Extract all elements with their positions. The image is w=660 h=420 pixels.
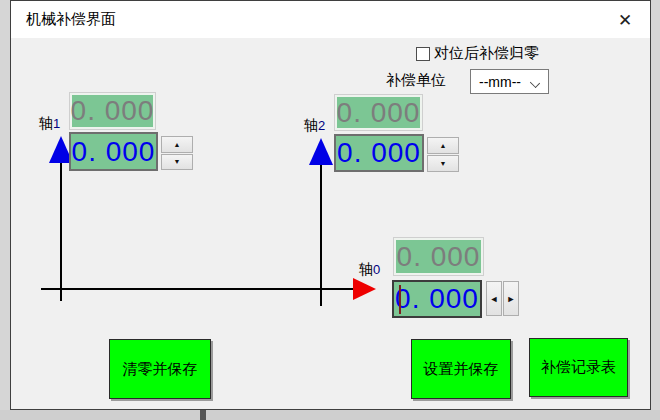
unit-selected-value: --mm-- [471, 74, 531, 90]
axis1-raw-display: 0. 000 [69, 92, 156, 130]
axis2-spinner: ▲ ▼ [427, 137, 459, 172]
axis0-edit-field[interactable]: 0. 000 [392, 280, 482, 318]
compensation-dialog: 机械补偿界面 ✕ 对位后补偿归零 补偿单位 --mm-- 轴1 0. 000 0… [10, 0, 651, 410]
axis0-right-arrow-icon [353, 278, 376, 300]
axis0-spin-left-button[interactable]: ◄ [486, 281, 502, 316]
unit-label: 补偿单位 [386, 71, 446, 90]
compensation-record-button[interactable]: 补偿记录表 [529, 338, 628, 397]
close-icon[interactable]: ✕ [612, 7, 638, 33]
axis0-spin-right-button[interactable]: ► [503, 281, 519, 316]
clear-and-save-button[interactable]: 清零并保存 [109, 339, 211, 399]
axis1-line [60, 151, 62, 301]
axis2-up-arrow-icon [309, 138, 333, 165]
axis1-edit-field[interactable]: 0. 000 [69, 132, 158, 171]
axis2-line [320, 153, 322, 306]
titlebar[interactable]: 机械补偿界面 ✕ [11, 1, 650, 38]
set-and-save-button[interactable]: 设置并保存 [411, 339, 511, 399]
unit-select[interactable]: --mm-- [470, 69, 549, 94]
zero-after-align-label: 对位后补偿归零 [434, 44, 539, 63]
axis2-label: 轴2 [304, 117, 325, 135]
axis1-spinner: ▲ ▼ [161, 136, 193, 170]
axis1-spin-down-button[interactable]: ▼ [161, 154, 193, 171]
axis0-raw-display: 0. 000 [393, 237, 484, 276]
axis1-spin-up-button[interactable]: ▲ [161, 136, 193, 153]
axis1-label: 轴1 [39, 115, 60, 133]
text-caret [399, 285, 401, 314]
axis2-spin-down-button[interactable]: ▼ [427, 155, 459, 172]
axis0-spinner: ◄ ► [486, 281, 519, 316]
background-window-edge [200, 410, 206, 420]
background-strip [0, 410, 660, 420]
axis2-spin-up-button[interactable]: ▲ [427, 137, 459, 154]
axis2-edit-field[interactable]: 0. 000 [334, 134, 424, 172]
chevron-down-icon [531, 77, 541, 87]
axis0-line [41, 288, 356, 290]
axis0-label: 轴0 [359, 261, 380, 279]
dialog-title: 机械补偿界面 [26, 10, 116, 29]
zero-after-align-option: 对位后补偿归零 [416, 44, 539, 63]
screen: 机械补偿界面 ✕ 对位后补偿归零 补偿单位 --mm-- 轴1 0. 000 0… [0, 0, 660, 420]
axis2-raw-display: 0. 000 [334, 94, 423, 131]
zero-after-align-checkbox[interactable] [416, 47, 430, 61]
